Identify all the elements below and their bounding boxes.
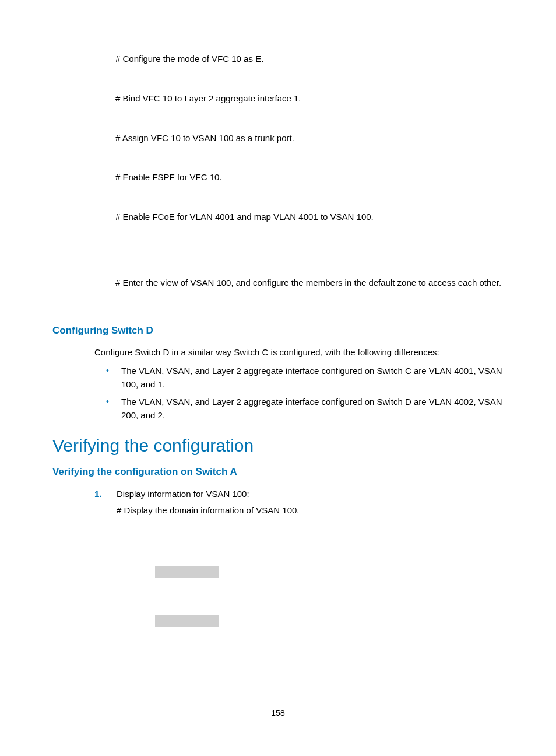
config-step: # Enter the view of VSAN 100, and config…: [115, 276, 504, 290]
config-step: # Assign VFC 10 to VSAN 100 as a trunk p…: [115, 132, 504, 145]
list-number: 1.: [94, 487, 102, 501]
redacted-bar: [155, 566, 219, 578]
config-step: # Enable FSPF for VFC 10.: [115, 171, 504, 184]
redacted-block: [155, 566, 504, 580]
paragraph: Configure Switch D in a similar way Swit…: [94, 346, 504, 359]
list-item: 1. Display information for VSAN 100: # D…: [94, 487, 504, 517]
page-number: 158: [0, 708, 556, 718]
config-step: # Bind VFC 10 to Layer 2 aggregate inter…: [115, 92, 504, 105]
page-content: # Configure the mode of VFC 10 as E. # B…: [0, 0, 556, 629]
config-step: # Configure the mode of VFC 10 as E.: [115, 52, 504, 65]
section-heading-verifying: Verifying the configuration: [52, 436, 504, 456]
list-item: The VLAN, VSAN, and Layer 2 aggregate in…: [105, 396, 504, 422]
redacted-block: [155, 615, 504, 629]
list-item-text: Display information for VSAN 100:: [117, 489, 249, 499]
section-heading-verifying-switch-a: Verifying the configuration on Switch A: [52, 466, 504, 478]
list-item: The VLAN, VSAN, and Layer 2 aggregate in…: [105, 365, 504, 391]
list-item-subtext: # Display the domain information of VSAN…: [117, 503, 504, 517]
redacted-bar: [155, 615, 219, 626]
config-step: # Enable FCoE for VLAN 4001 and map VLAN…: [115, 211, 504, 223]
ordered-list: 1. Display information for VSAN 100: # D…: [94, 487, 504, 517]
bullet-list: The VLAN, VSAN, and Layer 2 aggregate in…: [105, 365, 504, 422]
section-heading-switch-d: Configuring Switch D: [52, 325, 504, 337]
